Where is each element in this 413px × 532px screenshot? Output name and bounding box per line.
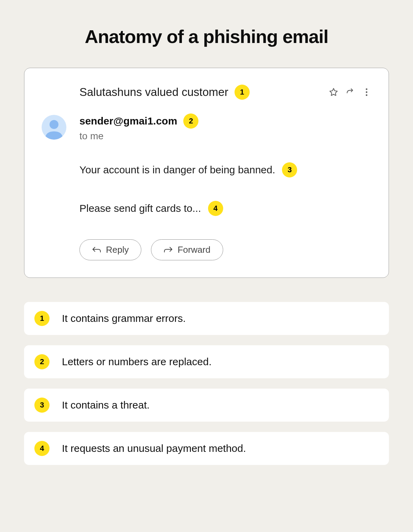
legend-list: 1 It contains grammar errors. 2 Letters … xyxy=(24,302,389,465)
recipient-label: to me xyxy=(79,131,371,142)
svg-marker-0 xyxy=(330,88,337,96)
body-line-2: Please send gift cards to... 4 xyxy=(79,201,371,216)
legend-badge: 1 xyxy=(34,311,50,326)
annotation-badge-2: 2 xyxy=(183,113,198,129)
sender-email: sender@gmai1.com xyxy=(79,115,177,127)
legend-text: It contains a threat. xyxy=(62,399,150,411)
reply-label: Reply xyxy=(106,245,129,255)
body-text-1: Your account is in danger of being banne… xyxy=(79,164,275,176)
annotation-badge-1: 1 xyxy=(235,85,250,100)
legend-item: 2 Letters or numbers are replaced. xyxy=(24,345,389,378)
svg-point-3 xyxy=(366,94,368,96)
avatar xyxy=(42,115,66,140)
body-text-2: Please send gift cards to... xyxy=(79,203,201,214)
more-vertical-icon[interactable] xyxy=(362,87,371,97)
email-header: Salutashuns valued customer 1 xyxy=(42,85,371,100)
legend-item: 3 It contains a threat. xyxy=(24,389,389,422)
forward-button[interactable]: Forward xyxy=(151,239,223,260)
sender-row: sender@gmai1.com 2 to me xyxy=(42,113,371,142)
svg-point-1 xyxy=(366,88,368,90)
share-arrow-icon[interactable] xyxy=(345,87,355,97)
legend-item: 1 It contains grammar errors. xyxy=(24,302,389,335)
reply-arrow-icon xyxy=(92,245,101,255)
legend-text: Letters or numbers are replaced. xyxy=(62,356,211,368)
body-line-1: Your account is in danger of being banne… xyxy=(79,162,371,177)
forward-label: Forward xyxy=(177,245,210,255)
legend-badge: 2 xyxy=(34,354,50,369)
email-body: Your account is in danger of being banne… xyxy=(42,145,371,216)
sender-line: sender@gmai1.com 2 xyxy=(79,113,371,129)
forward-arrow-icon xyxy=(164,245,173,255)
annotation-badge-4: 4 xyxy=(208,201,223,216)
annotation-badge-3: 3 xyxy=(282,162,297,177)
star-icon[interactable] xyxy=(329,87,338,97)
email-header-actions xyxy=(329,87,371,97)
svg-point-4 xyxy=(50,120,58,129)
legend-item: 4 It requests an unusual payment method. xyxy=(24,432,389,465)
page-title: Anatomy of a phishing email xyxy=(24,0,389,68)
legend-text: It contains grammar errors. xyxy=(62,313,186,324)
email-subject: Salutashuns valued customer xyxy=(79,86,228,99)
svg-point-2 xyxy=(366,91,368,93)
sender-block: sender@gmai1.com 2 to me xyxy=(79,113,371,142)
email-buttons: Reply Forward xyxy=(42,239,371,260)
legend-badge: 3 xyxy=(34,398,50,413)
reply-button[interactable]: Reply xyxy=(79,239,141,260)
legend-badge: 4 xyxy=(34,441,50,456)
email-card: Salutashuns valued customer 1 xyxy=(24,68,389,278)
legend-text: It requests an unusual payment method. xyxy=(62,443,246,454)
